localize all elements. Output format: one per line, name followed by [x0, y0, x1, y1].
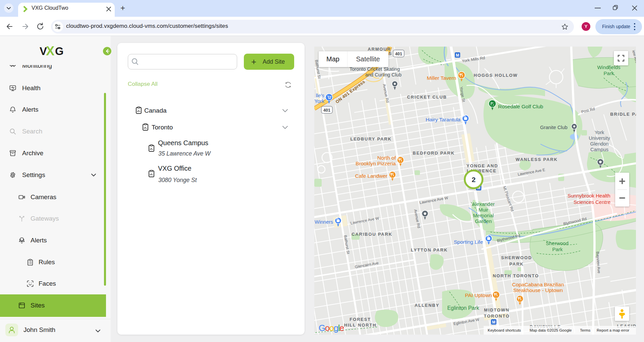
svg-text:BRIDLE PA: BRIDLE PA	[610, 112, 636, 117]
svg-text:TORONTO: TORONTO	[484, 314, 509, 319]
svg-text:401: 401	[323, 108, 330, 113]
svg-text:Memorial: Memorial	[473, 213, 494, 218]
svg-text:Steakhouse - Uptown: Steakhouse - Uptown	[513, 287, 563, 293]
svg-text:Alexander: Alexander	[472, 201, 495, 207]
svg-text:LEDBURY PARK: LEDBURY PARK	[350, 136, 391, 141]
svg-text:MIDTOWN: MIDTOWN	[484, 307, 509, 312]
svg-text:X: X	[46, 45, 55, 57]
svg-text:HILL NORTH: HILL NORTH	[344, 323, 376, 328]
svg-text:PARK: PARK	[509, 262, 524, 267]
svg-text:S: S	[389, 51, 392, 56]
svg-text:and Curling Club: and Curling Club	[365, 72, 401, 77]
svg-text:Park: Park	[552, 246, 563, 252]
svg-text:CARIBOU PARK: CARIBOU PARK	[352, 232, 392, 237]
svg-text:WANLESS PARK: WANLESS PARK	[516, 157, 557, 162]
svg-text:Sporting Life: Sporting Life	[454, 239, 483, 245]
svg-text:Miller Tavern: Miller Tavern	[427, 75, 456, 81]
svg-text:M: M	[492, 320, 495, 325]
svg-text:NORTH TORONTO: NORTH TORONTO	[493, 273, 539, 278]
svg-text:LYTTON PARK: LYTTON PARK	[411, 247, 448, 252]
svg-text:Glendon: Glendon	[590, 141, 609, 147]
svg-text:YONGE AND: YONGE AND	[467, 163, 498, 168]
svg-text:Cafe Landwer: Cafe Landwer	[355, 173, 387, 179]
svg-text:SHERWOOD: SHERWOOD	[501, 255, 532, 260]
svg-text:BEDFORD PARK: BEDFORD PARK	[413, 151, 454, 156]
svg-text:Rosedale Golf Club: Rosedale Golf Club	[498, 104, 543, 109]
svg-text:University: University	[589, 135, 610, 141]
svg-text:Garden: Garden	[475, 218, 492, 224]
svg-text:HOGGS HOLLOW: HOGGS HOLLOW	[474, 73, 518, 78]
svg-text:Campus: Campus	[590, 147, 608, 152]
svg-text:Sunnybrook Health: Sunnybrook Health	[568, 193, 610, 198]
svg-text:Sciences Centre: Sciences Centre	[574, 199, 610, 205]
svg-text:Granite Club: Granite Club	[540, 125, 567, 130]
svg-text:FOREST: FOREST	[350, 317, 371, 322]
svg-text:2: 2	[472, 176, 476, 183]
svg-text:Hairy Tarantula: Hairy Tarantula	[426, 117, 461, 122]
svg-text:Park: Park	[604, 70, 614, 76]
svg-text:Sherwood: Sherwood	[546, 240, 569, 246]
svg-text:PAI Uptown: PAI Uptown	[465, 292, 492, 298]
svg-text:North of: North of	[377, 155, 396, 161]
svg-text:Winners: Winners	[315, 219, 333, 225]
svg-text:M: M	[456, 53, 459, 58]
svg-text:York: York	[315, 98, 325, 104]
svg-text:ALLENBY: ALLENBY	[415, 303, 439, 308]
svg-text:Muir: Muir	[478, 207, 488, 213]
svg-text:Eglinton Park: Eglinton Park	[447, 305, 479, 311]
svg-text:lle's: lle's	[316, 93, 324, 98]
svg-text:Brooklyn Pizzeria: Brooklyn Pizzeria	[356, 161, 396, 166]
svg-text:York: York	[595, 130, 604, 135]
svg-text:G: G	[55, 45, 64, 57]
svg-text:CRICKET CLUB: CRICKET CLUB	[407, 95, 447, 100]
svg-text:Toronto Cricket Skating: Toronto Cricket Skating	[350, 66, 400, 72]
svg-text:401: 401	[395, 52, 402, 56]
svg-text:ARMOUR: ARMOUR	[368, 47, 391, 52]
svg-text:CopaCabana Brazilian: CopaCabana Brazilian	[512, 282, 564, 287]
